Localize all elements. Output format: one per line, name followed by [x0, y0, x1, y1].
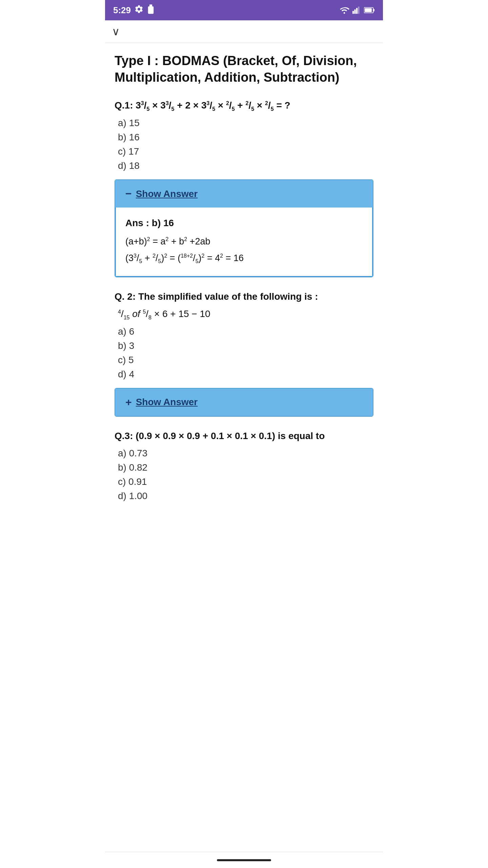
main-content: Type I : BODMAS (Bracket, Of, Division, … — [105, 43, 383, 534]
question-3-label: Q.3: — [115, 431, 133, 441]
q2-toggle-icon: + — [125, 396, 132, 409]
option-3c: c) 0.91 — [118, 476, 373, 487]
q1-formula-2: (33/5 + 2/5)2 = (18+2/5)2 = 42 = 16 — [125, 251, 363, 266]
clock-time: 5:29 — [113, 5, 131, 16]
page-title: Type I : BODMAS (Bracket, Of, Division, … — [115, 53, 373, 86]
question-2-label: Q. 2: — [115, 291, 136, 302]
option-3a: a) 0.73 — [118, 448, 373, 459]
q1-formula-1: (a+b)2 = a2 + b2 +2ab — [125, 234, 363, 249]
option-2c: c) 5 — [118, 355, 373, 366]
svg-rect-5 — [356, 8, 358, 14]
question-1-block: Q.1: 33/5 × 33/5 + 2 × 33/5 × 2/5 + 2/5 … — [115, 98, 373, 278]
back-button[interactable]: ∨ — [112, 25, 120, 38]
option-1c: c) 17 — [118, 146, 373, 157]
sim-icon — [147, 4, 155, 16]
question-2-options: a) 6 b) 3 c) 5 d) 4 — [118, 326, 373, 380]
question-3-text: Q.3: (0.9 × 0.9 × 0.9 + 0.1 × 0.1 × 0.1)… — [115, 429, 373, 443]
q1-toggle-icon: − — [125, 188, 132, 200]
svg-rect-8 — [373, 9, 374, 12]
nav-bar: ∨ — [105, 20, 383, 43]
svg-point-2 — [344, 12, 345, 14]
question-2-formula: 4/15 of 5/8 × 6 + 15 − 10 — [118, 309, 373, 321]
option-3b: b) 0.82 — [118, 462, 373, 473]
show-answer-button-2[interactable]: + Show Answer — [115, 389, 373, 416]
question-1-text: Q.1: 33/5 × 33/5 + 2 × 33/5 × 2/5 + 2/5 … — [115, 98, 373, 113]
q1-show-answer-label: Show Answer — [136, 189, 198, 199]
show-answer-button-1[interactable]: − Show Answer — [115, 180, 373, 208]
question-2-block: Q. 2: The simplified value of the follow… — [115, 290, 373, 417]
svg-rect-1 — [149, 4, 152, 7]
question-1-options: a) 15 b) 16 c) 17 d) 18 — [118, 118, 373, 171]
question-2-text: Q. 2: The simplified value of the follow… — [115, 290, 373, 304]
q1-answer-label: Ans : b) 16 — [125, 216, 363, 231]
option-2a: a) 6 — [118, 326, 373, 337]
svg-rect-6 — [358, 6, 359, 14]
q1-answer-panel: Ans : b) 16 (a+b)2 = a2 + b2 +2ab (33/5 … — [115, 208, 373, 277]
signal-area — [339, 5, 375, 15]
q2-show-answer-label: Show Answer — [136, 397, 198, 408]
option-2b: b) 3 — [118, 340, 373, 351]
q2-answer-container: + Show Answer — [115, 388, 373, 417]
gear-icon — [134, 4, 144, 16]
svg-rect-4 — [354, 9, 355, 14]
option-1a: a) 15 — [118, 118, 373, 129]
option-1d: d) 18 — [118, 160, 373, 171]
svg-rect-3 — [352, 11, 354, 14]
question-3-block: Q.3: (0.9 × 0.9 × 0.9 + 0.1 × 0.1 × 0.1)… — [115, 429, 373, 501]
question-3-options: a) 0.73 b) 0.82 c) 0.91 d) 1.00 — [118, 448, 373, 501]
question-1-label: Q.1: — [115, 100, 133, 111]
status-bar: 5:29 — [105, 0, 383, 20]
option-2d: d) 4 — [118, 369, 373, 380]
svg-rect-0 — [148, 6, 154, 14]
svg-rect-9 — [365, 8, 372, 12]
option-3d: d) 1.00 — [118, 491, 373, 501]
option-1b: b) 16 — [118, 132, 373, 143]
q1-answer-container: − Show Answer Ans : b) 16 (a+b)2 = a2 + … — [115, 179, 373, 277]
status-time-area: 5:29 — [113, 4, 155, 16]
